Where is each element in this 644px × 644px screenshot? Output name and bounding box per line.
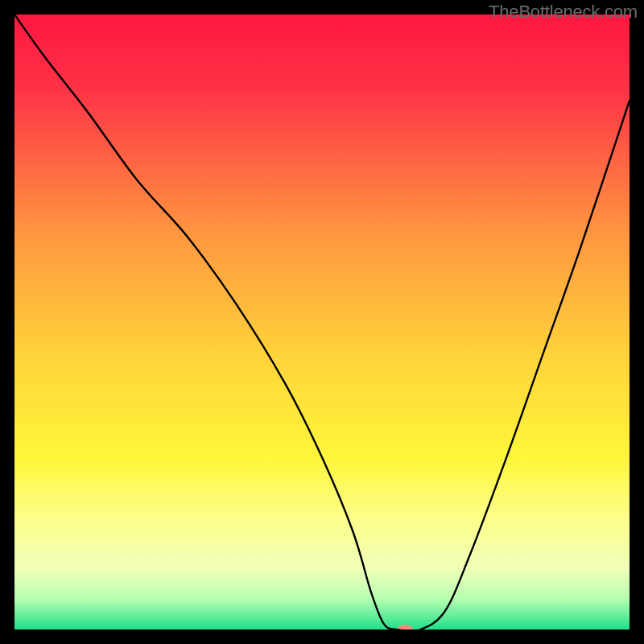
chart-frame: TheBottleneck.com <box>0 0 644 644</box>
plot-svg <box>14 14 630 630</box>
watermark-label: TheBottleneck.com <box>489 2 638 23</box>
gradient-background <box>14 14 630 630</box>
plot-area <box>14 14 630 630</box>
